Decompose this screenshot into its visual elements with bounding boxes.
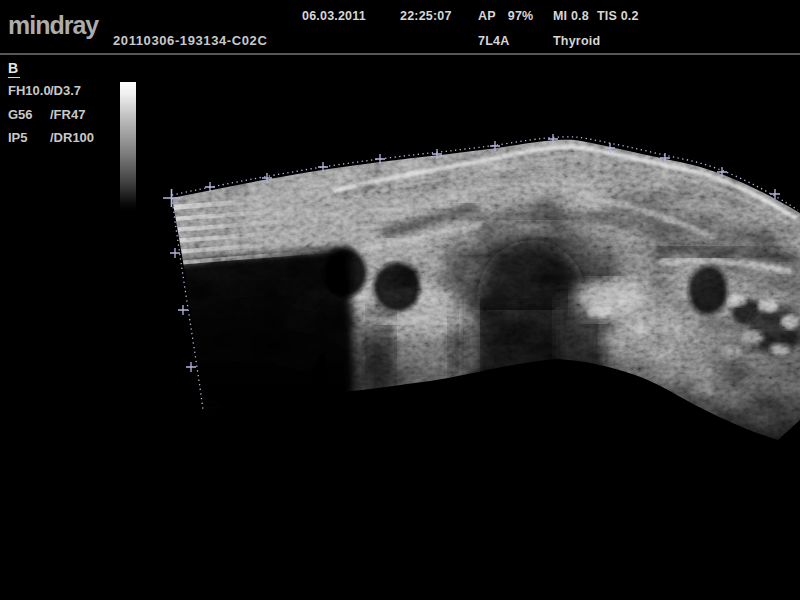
ultrasound-image [0,0,800,600]
scan-image [140,128,800,450]
ultrasound-screen: { "brand": { "logo_text": "mindray" }, "… [0,0,800,600]
